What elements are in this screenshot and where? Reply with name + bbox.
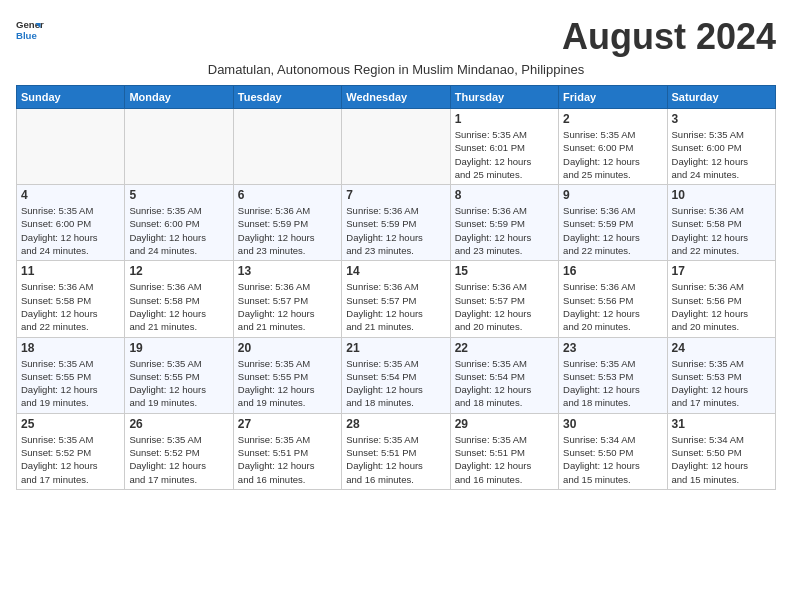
day-cell: 11Sunrise: 5:36 AM Sunset: 5:58 PM Dayli… [17,261,125,337]
day-number: 1 [455,112,554,126]
day-number: 17 [672,264,771,278]
day-number: 29 [455,417,554,431]
day-number: 13 [238,264,337,278]
day-info: Sunrise: 5:36 AM Sunset: 5:57 PM Dayligh… [238,280,337,333]
day-cell: 17Sunrise: 5:36 AM Sunset: 5:56 PM Dayli… [667,261,775,337]
day-number: 20 [238,341,337,355]
day-info: Sunrise: 5:34 AM Sunset: 5:50 PM Dayligh… [563,433,662,486]
day-number: 10 [672,188,771,202]
day-info: Sunrise: 5:36 AM Sunset: 5:56 PM Dayligh… [563,280,662,333]
week-row-3: 11Sunrise: 5:36 AM Sunset: 5:58 PM Dayli… [17,261,776,337]
col-header-tuesday: Tuesday [233,86,341,109]
col-header-friday: Friday [559,86,667,109]
day-cell [125,109,233,185]
day-info: Sunrise: 5:35 AM Sunset: 5:53 PM Dayligh… [672,357,771,410]
day-cell: 7Sunrise: 5:36 AM Sunset: 5:59 PM Daylig… [342,185,450,261]
col-header-wednesday: Wednesday [342,86,450,109]
day-number: 2 [563,112,662,126]
header-row: SundayMondayTuesdayWednesdayThursdayFrid… [17,86,776,109]
day-info: Sunrise: 5:35 AM Sunset: 5:55 PM Dayligh… [21,357,120,410]
day-info: Sunrise: 5:36 AM Sunset: 5:57 PM Dayligh… [455,280,554,333]
day-info: Sunrise: 5:35 AM Sunset: 5:54 PM Dayligh… [455,357,554,410]
day-number: 6 [238,188,337,202]
day-info: Sunrise: 5:35 AM Sunset: 5:51 PM Dayligh… [455,433,554,486]
day-number: 12 [129,264,228,278]
day-number: 31 [672,417,771,431]
day-cell: 16Sunrise: 5:36 AM Sunset: 5:56 PM Dayli… [559,261,667,337]
day-info: Sunrise: 5:36 AM Sunset: 5:58 PM Dayligh… [129,280,228,333]
day-info: Sunrise: 5:35 AM Sunset: 5:54 PM Dayligh… [346,357,445,410]
subtitle: Damatulan, Autonomous Region in Muslim M… [16,62,776,77]
day-number: 30 [563,417,662,431]
day-cell: 30Sunrise: 5:34 AM Sunset: 5:50 PM Dayli… [559,413,667,489]
day-cell: 12Sunrise: 5:36 AM Sunset: 5:58 PM Dayli… [125,261,233,337]
day-info: Sunrise: 5:35 AM Sunset: 5:52 PM Dayligh… [21,433,120,486]
day-cell: 22Sunrise: 5:35 AM Sunset: 5:54 PM Dayli… [450,337,558,413]
day-info: Sunrise: 5:36 AM Sunset: 5:56 PM Dayligh… [672,280,771,333]
day-info: Sunrise: 5:36 AM Sunset: 5:57 PM Dayligh… [346,280,445,333]
day-cell: 14Sunrise: 5:36 AM Sunset: 5:57 PM Dayli… [342,261,450,337]
day-cell: 8Sunrise: 5:36 AM Sunset: 5:59 PM Daylig… [450,185,558,261]
logo: General Blue [16,16,44,44]
day-number: 5 [129,188,228,202]
day-number: 25 [21,417,120,431]
day-cell: 26Sunrise: 5:35 AM Sunset: 5:52 PM Dayli… [125,413,233,489]
day-number: 26 [129,417,228,431]
day-number: 24 [672,341,771,355]
day-cell [17,109,125,185]
day-cell: 27Sunrise: 5:35 AM Sunset: 5:51 PM Dayli… [233,413,341,489]
day-cell: 18Sunrise: 5:35 AM Sunset: 5:55 PM Dayli… [17,337,125,413]
day-cell: 31Sunrise: 5:34 AM Sunset: 5:50 PM Dayli… [667,413,775,489]
day-cell: 3Sunrise: 5:35 AM Sunset: 6:00 PM Daylig… [667,109,775,185]
day-info: Sunrise: 5:35 AM Sunset: 6:00 PM Dayligh… [129,204,228,257]
day-cell: 29Sunrise: 5:35 AM Sunset: 5:51 PM Dayli… [450,413,558,489]
day-info: Sunrise: 5:35 AM Sunset: 6:01 PM Dayligh… [455,128,554,181]
calendar-table: SundayMondayTuesdayWednesdayThursdayFrid… [16,85,776,490]
day-info: Sunrise: 5:35 AM Sunset: 5:55 PM Dayligh… [238,357,337,410]
day-number: 18 [21,341,120,355]
day-number: 23 [563,341,662,355]
day-info: Sunrise: 5:35 AM Sunset: 6:00 PM Dayligh… [672,128,771,181]
day-cell: 1Sunrise: 5:35 AM Sunset: 6:01 PM Daylig… [450,109,558,185]
header: General Blue August 2024 [16,16,776,58]
day-number: 9 [563,188,662,202]
day-cell: 23Sunrise: 5:35 AM Sunset: 5:53 PM Dayli… [559,337,667,413]
week-row-1: 1Sunrise: 5:35 AM Sunset: 6:01 PM Daylig… [17,109,776,185]
day-info: Sunrise: 5:36 AM Sunset: 5:59 PM Dayligh… [238,204,337,257]
day-number: 14 [346,264,445,278]
svg-text:Blue: Blue [16,30,37,41]
day-number: 8 [455,188,554,202]
day-info: Sunrise: 5:36 AM Sunset: 5:59 PM Dayligh… [346,204,445,257]
day-cell: 13Sunrise: 5:36 AM Sunset: 5:57 PM Dayli… [233,261,341,337]
day-info: Sunrise: 5:35 AM Sunset: 5:55 PM Dayligh… [129,357,228,410]
day-cell: 9Sunrise: 5:36 AM Sunset: 5:59 PM Daylig… [559,185,667,261]
day-cell: 2Sunrise: 5:35 AM Sunset: 6:00 PM Daylig… [559,109,667,185]
day-info: Sunrise: 5:36 AM Sunset: 5:59 PM Dayligh… [563,204,662,257]
day-info: Sunrise: 5:35 AM Sunset: 6:00 PM Dayligh… [21,204,120,257]
day-cell: 4Sunrise: 5:35 AM Sunset: 6:00 PM Daylig… [17,185,125,261]
week-row-5: 25Sunrise: 5:35 AM Sunset: 5:52 PM Dayli… [17,413,776,489]
day-number: 27 [238,417,337,431]
day-cell: 20Sunrise: 5:35 AM Sunset: 5:55 PM Dayli… [233,337,341,413]
day-cell: 28Sunrise: 5:35 AM Sunset: 5:51 PM Dayli… [342,413,450,489]
day-info: Sunrise: 5:35 AM Sunset: 6:00 PM Dayligh… [563,128,662,181]
day-info: Sunrise: 5:36 AM Sunset: 5:59 PM Dayligh… [455,204,554,257]
day-cell: 15Sunrise: 5:36 AM Sunset: 5:57 PM Dayli… [450,261,558,337]
day-number: 4 [21,188,120,202]
week-row-4: 18Sunrise: 5:35 AM Sunset: 5:55 PM Dayli… [17,337,776,413]
day-cell: 24Sunrise: 5:35 AM Sunset: 5:53 PM Dayli… [667,337,775,413]
day-info: Sunrise: 5:35 AM Sunset: 5:51 PM Dayligh… [346,433,445,486]
day-cell: 19Sunrise: 5:35 AM Sunset: 5:55 PM Dayli… [125,337,233,413]
col-header-monday: Monday [125,86,233,109]
day-info: Sunrise: 5:35 AM Sunset: 5:51 PM Dayligh… [238,433,337,486]
day-cell [233,109,341,185]
col-header-sunday: Sunday [17,86,125,109]
day-info: Sunrise: 5:35 AM Sunset: 5:53 PM Dayligh… [563,357,662,410]
day-number: 3 [672,112,771,126]
day-number: 19 [129,341,228,355]
day-number: 7 [346,188,445,202]
day-info: Sunrise: 5:36 AM Sunset: 5:58 PM Dayligh… [21,280,120,333]
week-row-2: 4Sunrise: 5:35 AM Sunset: 6:00 PM Daylig… [17,185,776,261]
day-cell: 10Sunrise: 5:36 AM Sunset: 5:58 PM Dayli… [667,185,775,261]
day-cell [342,109,450,185]
